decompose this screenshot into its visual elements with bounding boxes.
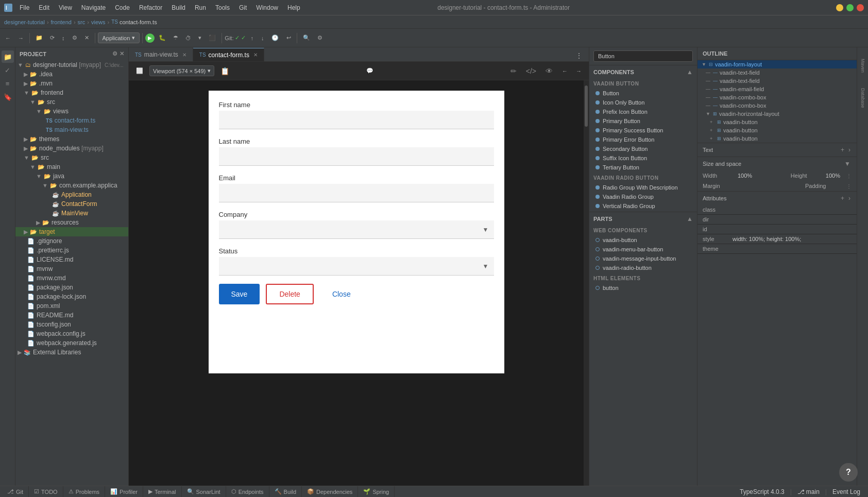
navigate-prev-btn[interactable]: ←	[559, 66, 571, 76]
text-expand-btn[interactable]: ›	[847, 146, 852, 153]
toolbar-close-panel-btn[interactable]: ✕	[81, 33, 92, 43]
form-input-lastname[interactable]	[219, 147, 494, 166]
tree-main-view-file[interactable]: · TS main-view.ts	[15, 125, 128, 134]
breadcrumb-src[interactable]: src	[78, 19, 86, 25]
navigate-next-btn[interactable]: →	[573, 66, 585, 76]
size-collapse-btn[interactable]: ▼	[843, 160, 852, 167]
width-value[interactable]: 100%	[738, 173, 787, 179]
tree-ext-libraries[interactable]: ▶ 📚 External Libraries	[15, 348, 128, 357]
component-prefix-icon-button[interactable]: Prefix Icon Button	[589, 107, 697, 116]
toggle-canvas-btn[interactable]: ⬜	[133, 66, 146, 76]
tab-close-2[interactable]: ✕	[253, 52, 258, 58]
bottom-tab-problems[interactable]: ⚠ Problems	[63, 486, 105, 497]
profile-btn[interactable]: ⏱	[182, 33, 194, 43]
outline-vaadin-button-2[interactable]: + ⊞ vaadin-button	[697, 126, 857, 134]
menu-tools[interactable]: Tools	[211, 3, 234, 12]
git-push-btn[interactable]: ↑	[247, 33, 257, 43]
outline-text-field-2[interactable]: — — vaadin-text-field	[697, 77, 857, 85]
copy-btn[interactable]: 📋	[217, 65, 232, 77]
component-tertiary-button[interactable]: Tertiary Button	[589, 163, 697, 172]
menu-edit[interactable]: Edit	[35, 3, 54, 12]
git-pull-btn[interactable]: ↓	[258, 33, 267, 43]
margin-more-btn[interactable]: ⋮	[846, 183, 852, 189]
part-button-html[interactable]: button	[589, 283, 697, 293]
git-rollback-btn[interactable]: ↩	[283, 33, 294, 43]
component-primary-button[interactable]: Primary Button	[589, 116, 697, 126]
tree-src-main-folder[interactable]: ▼ 📂 src	[15, 153, 128, 162]
git-history-btn[interactable]: 🕐	[268, 33, 282, 43]
tree-toolbar-2[interactable]: ✕	[120, 50, 124, 57]
viewport-selector[interactable]: Viewport (574 × 549) ▾	[149, 65, 214, 76]
attributes-section-header[interactable]: Attributes + ›	[697, 192, 857, 205]
bottom-tab-dependencies[interactable]: 📦 Dependencies	[302, 486, 358, 497]
outline-combo-box-1[interactable]: — — vaadin-combo-box	[697, 93, 857, 101]
bottom-tab-endpoints[interactable]: ⬡ Endpoints	[226, 486, 269, 497]
outline-combo-box-2[interactable]: — — vaadin-combo-box	[697, 101, 857, 110]
sidebar-commit-icon[interactable]: ✓	[2, 64, 14, 76]
tree-mvnw-file[interactable]: · 📄 mvnw	[15, 264, 128, 273]
bottom-tab-sonar[interactable]: 🔍 SonarLint	[182, 486, 226, 497]
tree-frontend-folder[interactable]: ▼ 📂 frontend	[15, 88, 128, 97]
tab-main-view[interactable]: TS main-view.ts ✕	[129, 48, 193, 61]
menu-build[interactable]: Build	[167, 3, 190, 12]
tree-contact-form-file[interactable]: · TS contact-form.ts	[15, 116, 128, 125]
preview-btn[interactable]: 👁	[542, 65, 556, 77]
attr-style-value[interactable]: width: 100%; height: 100%;	[733, 236, 852, 242]
menu-file[interactable]: File	[15, 3, 33, 12]
form-input-firstname[interactable]	[219, 111, 494, 129]
parts-collapse-btn[interactable]: ▲	[687, 215, 693, 222]
code-btn[interactable]: </>	[523, 65, 539, 77]
form-input-email[interactable]	[219, 184, 494, 202]
tree-mainview-file[interactable]: · ☕ MainView	[15, 209, 128, 218]
form-select-company[interactable]	[219, 220, 494, 239]
menu-help[interactable]: Help	[283, 3, 304, 12]
tree-packagelock-file[interactable]: · 📄 package-lock.json	[15, 292, 128, 301]
right-database-icon[interactable]: Database	[858, 82, 868, 113]
outline-vaadin-button-1[interactable]: + ⊞ vaadin-button	[697, 118, 857, 126]
component-icon-only-button[interactable]: Icon Only Button	[589, 98, 697, 107]
tabs-more-btn[interactable]: ⋮	[572, 50, 586, 61]
attributes-add-btn[interactable]: +	[840, 195, 845, 202]
run-button[interactable]: ▶	[145, 33, 155, 43]
outline-email-field[interactable]: — — vaadin-email-field	[697, 85, 857, 93]
component-primary-success-button[interactable]: Primary Success Button	[589, 126, 697, 135]
part-vaadin-menu-bar-button[interactable]: vaadin-menu-bar-button	[589, 245, 697, 254]
menu-run[interactable]: Run	[191, 3, 210, 12]
toolbar-back-btn[interactable]: ←	[2, 33, 14, 43]
sidebar-structure-icon[interactable]: ≡	[2, 77, 14, 90]
outline-horizontal-layout[interactable]: ▼ ⊞ vaadin-horizontal-layout	[697, 110, 857, 118]
tree-mvnwcmd-file[interactable]: · 📄 mvnw.cmd	[15, 273, 128, 283]
tree-main-folder[interactable]: ▼ 📂 main	[15, 162, 128, 172]
bottom-tab-build[interactable]: 🔨 Build	[269, 486, 302, 497]
close-button[interactable]	[857, 4, 864, 11]
minimize-button[interactable]	[836, 4, 843, 11]
outline-text-field-1[interactable]: — — vaadin-text-field	[697, 68, 857, 77]
breadcrumb-views[interactable]: views	[91, 19, 106, 25]
bottom-tab-todo[interactable]: ☑ TODO	[29, 486, 63, 497]
menu-refactor[interactable]: Refactor	[135, 3, 166, 12]
tree-java-folder[interactable]: ▼ 📂 java	[15, 172, 128, 181]
height-value[interactable]: 100%	[826, 173, 840, 179]
outline-vaadin-button-3[interactable]: + ⊞ vaadin-button	[697, 134, 857, 143]
component-secondary-button[interactable]: Secondary Button	[589, 144, 697, 153]
tree-prettier-file[interactable]: · 📄 .prettierrc.js	[15, 246, 128, 255]
canvas-vscroll[interactable]	[584, 80, 589, 486]
part-vaadin-message-input-button[interactable]: vaadin-message-input-button	[589, 254, 697, 263]
tree-views-folder[interactable]: ▼ 📂 views	[15, 107, 128, 116]
tree-readme-file[interactable]: · 📄 README.md	[15, 311, 128, 320]
form-save-button[interactable]: Save	[219, 284, 260, 304]
components-collapse-btn[interactable]: ▲	[687, 68, 693, 76]
tree-toolbar-1[interactable]: ⚙	[112, 50, 117, 57]
help-button[interactable]: ?	[839, 463, 858, 482]
tree-target-folder[interactable]: ▶ 📂 target	[15, 227, 128, 236]
tree-project-root[interactable]: ▼ 🗂 designer-tutorial [myapp] C:\dev...	[15, 60, 128, 70]
debug-btn[interactable]: 🐛	[156, 33, 169, 43]
toolbar-forward-btn[interactable]: →	[15, 33, 27, 43]
bottom-tab-spring[interactable]: 🌱 Spring	[358, 486, 395, 497]
status-typescript[interactable]: TypeScript 4.0.3	[738, 488, 786, 495]
tree-resources-folder[interactable]: ▶ 📂 resources	[15, 218, 128, 227]
status-main[interactable]: ⎇ main	[796, 488, 821, 495]
tree-application-file[interactable]: · ☕ Application	[15, 190, 128, 199]
text-section-header[interactable]: Text + ›	[697, 143, 857, 157]
outline-form-layout[interactable]: ▼ ⊟ vaadin-form-layout	[697, 60, 857, 68]
